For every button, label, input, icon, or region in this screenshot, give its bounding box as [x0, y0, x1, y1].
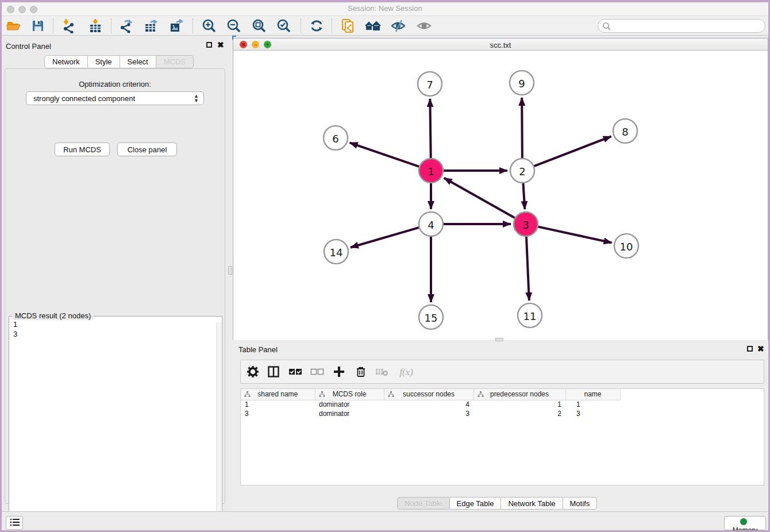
table-cell[interactable]: dominator [315, 409, 384, 418]
list-icon [10, 518, 20, 526]
zoom-out-button[interactable] [225, 17, 243, 34]
control-panel-tabs: Network Style Select MCDS [44, 55, 194, 68]
export-image-button[interactable] [167, 17, 186, 34]
show-columns-button[interactable] [265, 364, 282, 381]
graph-edge-2-8[interactable] [534, 136, 611, 166]
graph-edge-3-1[interactable] [444, 178, 515, 218]
close-table-panel-icon[interactable]: ✖ [757, 345, 764, 352]
close-panel-icon[interactable]: ✖ [217, 41, 224, 48]
select-all-rows-button[interactable] [287, 364, 304, 381]
show-eye-button[interactable] [415, 17, 433, 34]
table-header-row: shared name MCDS role successor nodes pr… [241, 389, 620, 400]
delete-table-icon [375, 365, 389, 378]
apply-layout-button[interactable] [307, 17, 326, 34]
float-table-panel-icon[interactable] [747, 346, 753, 352]
open-folder-icon [6, 18, 21, 33]
tab-style[interactable]: Style [88, 55, 120, 68]
deselect-all-rows-button[interactable] [309, 364, 326, 381]
graph-edge-1-7[interactable] [430, 99, 430, 158]
search-input[interactable] [613, 20, 760, 32]
run-mcds-button[interactable]: Run MCDS [55, 142, 110, 156]
graph-edge-2-9[interactable] [522, 98, 522, 158]
table-cell[interactable]: 1 [241, 400, 315, 409]
graph-node-label: 15 [425, 312, 438, 324]
graph-edge-4-14[interactable] [351, 228, 419, 248]
network-graph: 1234678910111415 [233, 51, 768, 340]
save-session-button[interactable] [29, 17, 47, 34]
table-row[interactable]: 1dominator411 [241, 400, 620, 409]
horizontal-splitter-handle[interactable] [495, 338, 503, 341]
eye-icon [417, 18, 432, 33]
function-builder-button[interactable]: f(x) [395, 364, 418, 381]
column-header-predecessor-nodes[interactable]: predecessor nodes [473, 389, 565, 400]
zoom-in-button[interactable] [200, 17, 218, 34]
tab-network-table[interactable]: Network Table [501, 497, 563, 510]
clone-network-button[interactable] [339, 17, 357, 34]
network-window-titlebar[interactable]: ✕ − + scc.txt [233, 38, 768, 51]
node-table-container: shared name MCDS role successor nodes pr… [240, 388, 764, 485]
column-tree-icon [319, 391, 325, 398]
unchecked-boxes-icon [310, 365, 324, 378]
columns-icon [267, 365, 280, 378]
result-line: 3 [9, 329, 222, 339]
hide-eye-button[interactable] [389, 17, 407, 34]
export-table-button[interactable] [142, 17, 160, 34]
eye-slash-icon [391, 18, 406, 33]
table-cell[interactable]: dominator [315, 400, 384, 409]
zoom-fit-button[interactable] [250, 17, 268, 34]
import-table-button[interactable] [86, 17, 105, 34]
criterion-value: strongly connected component [33, 94, 135, 103]
table-cell[interactable]: 3 [241, 409, 315, 418]
import-network-button[interactable] [60, 17, 78, 34]
graph-edge-3-10[interactable] [538, 227, 611, 243]
create-column-button[interactable] [330, 364, 348, 381]
vertical-splitter-handle[interactable] [228, 266, 232, 275]
close-panel-button[interactable]: Close panel [117, 142, 177, 156]
network-window-title: scc.txt [233, 41, 768, 49]
open-session-button[interactable] [5, 17, 23, 34]
toolbar-separator [111, 18, 111, 33]
graph-edge-1-6[interactable] [350, 142, 419, 166]
result-scrollbar[interactable] [216, 322, 221, 532]
result-line: 1 [9, 319, 222, 329]
refresh-icon [309, 18, 324, 33]
memory-button[interactable]: Memory [724, 516, 766, 530]
tab-motifs[interactable]: Motifs [563, 497, 598, 510]
table-cell[interactable]: 4 [384, 400, 473, 409]
node-table: shared name MCDS role successor nodes pr… [241, 389, 621, 418]
task-history-button[interactable] [6, 516, 23, 530]
tab-select[interactable]: Select [120, 55, 156, 68]
import-network-icon [61, 18, 76, 33]
criterion-dropdown[interactable]: strongly connected component ▲▼ [26, 91, 204, 105]
tab-mcds[interactable]: MCDS [156, 55, 194, 68]
graph-edge-3-11[interactable] [526, 237, 529, 300]
dropdown-stepper-icon: ▲▼ [194, 94, 199, 103]
column-header-successor-nodes[interactable]: successor nodes [384, 389, 473, 400]
graph-edge-2-3[interactable] [523, 183, 525, 209]
delete-column-button[interactable] [352, 364, 369, 381]
memory-status-dot [740, 518, 747, 525]
tab-node-table[interactable]: Node Table [397, 497, 450, 510]
tab-network[interactable]: Network [44, 55, 88, 68]
double-home-icon [365, 18, 381, 33]
delete-table-button[interactable] [374, 364, 391, 381]
network-canvas[interactable]: 1234678910111415 [233, 51, 768, 340]
home-button[interactable] [364, 17, 382, 34]
table-cell[interactable]: 3 [565, 409, 620, 418]
table-cell[interactable]: 1 [565, 400, 620, 409]
export-network-button[interactable] [117, 17, 136, 34]
column-header-name[interactable]: name [565, 389, 620, 400]
toolbar-separator [301, 18, 301, 33]
node-table-body: 1dominator4113dominator323 [241, 400, 620, 418]
zoom-selected-button[interactable] [275, 17, 293, 34]
column-header-mcds-role[interactable]: MCDS role [315, 389, 384, 400]
float-panel-icon[interactable] [206, 42, 212, 48]
table-cell[interactable]: 1 [473, 400, 565, 409]
table-row[interactable]: 3dominator323 [241, 409, 620, 418]
table-cell[interactable]: 3 [384, 409, 473, 418]
graph-node-label: 10 [620, 241, 633, 253]
column-header-shared-name[interactable]: shared name [241, 389, 315, 400]
table-cell[interactable]: 2 [473, 409, 565, 418]
table-settings-button[interactable] [244, 364, 261, 381]
tab-edge-table[interactable]: Edge Table [450, 497, 502, 510]
